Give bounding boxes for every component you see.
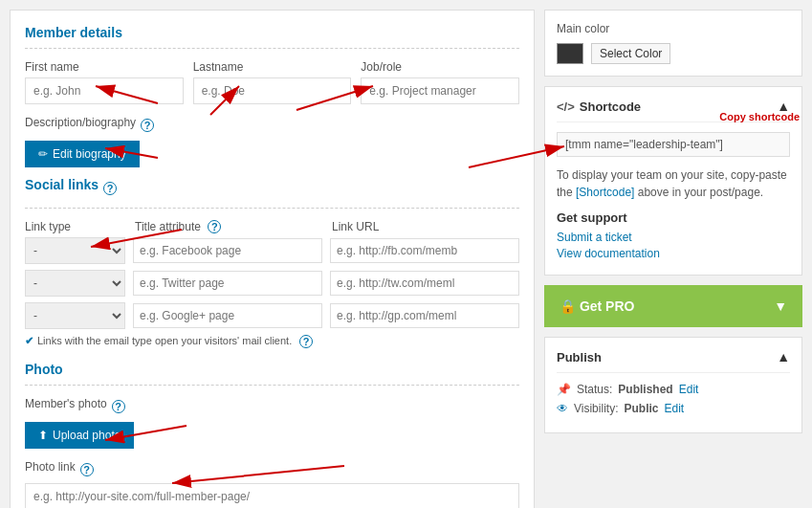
name-row: First name Lastname Job/role	[25, 60, 519, 104]
links-note: ✔ Links with the email type open your vi…	[25, 335, 519, 348]
lock-icon: 🔒	[560, 298, 576, 314]
main-color-box: Main color Select Color	[544, 10, 802, 77]
member-details-title: Member details	[25, 25, 519, 40]
social-row-1: -	[25, 237, 519, 264]
link-type-col-header: Link type	[25, 220, 125, 233]
publish-collapse-icon[interactable]: ▲	[777, 349, 790, 364]
edit-icon: ✏	[38, 147, 48, 161]
description-label: Description/biography	[25, 116, 136, 129]
status-value: Published	[618, 383, 672, 396]
publish-header: Publish ▲	[557, 349, 790, 373]
social-links-help[interactable]: ?	[103, 182, 117, 195]
members-photo-help[interactable]: ?	[112, 400, 125, 413]
status-row: 📌 Status: Published Edit	[557, 383, 790, 396]
shortcode-input[interactable]	[557, 132, 790, 157]
visibility-value: Public	[624, 402, 658, 415]
color-swatch	[557, 43, 583, 64]
checkmark-icon: ✔	[25, 335, 33, 347]
upload-photo-button[interactable]: ⬆ Upload photo	[25, 422, 134, 449]
get-pro-content: 🔒 Get PRO	[560, 298, 634, 314]
link-url-input-1[interactable]	[330, 238, 519, 263]
description-section: Description/biography ? ✏ Edit biography	[25, 116, 519, 167]
get-pro-arrow-icon: ▼	[774, 298, 787, 314]
visibility-row: 👁 Visibility: Public Edit	[557, 402, 790, 415]
shortcode-description: To display your team on your site, copy-…	[557, 166, 790, 201]
link-type-select-3[interactable]: -	[25, 302, 125, 329]
photo-link-help[interactable]: ?	[80, 463, 94, 476]
main-color-label: Main color	[557, 22, 790, 35]
upload-icon: ⬆	[38, 429, 48, 442]
shortcode-links: Submit a ticket View documentation	[557, 231, 790, 260]
photo-link-label: Photo link	[25, 460, 76, 474]
link-url-input-2[interactable]	[330, 271, 519, 296]
first-name-input[interactable]	[25, 77, 184, 104]
last-name-label: Lastname	[193, 60, 352, 74]
get-pro-label: Get PRO	[580, 298, 635, 314]
job-role-label: Job/role	[361, 60, 519, 74]
social-links-title: Social links	[25, 177, 99, 192]
title-attr-input-3[interactable]	[133, 303, 322, 328]
visibility-edit-link[interactable]: Edit	[664, 402, 684, 415]
links-note-help[interactable]: ?	[299, 335, 313, 348]
left-panel: Member details First name Lastname Job/r…	[10, 10, 535, 508]
photo-section: Photo Member's photo ? ⬆ Upload photo Ph…	[25, 362, 519, 508]
social-row-2: -	[25, 270, 519, 297]
publish-box: Publish ▲ 📌 Status: Published Edit 👁 Vis…	[544, 337, 802, 433]
link-url-input-3[interactable]	[330, 303, 519, 328]
visibility-icon: 👁	[557, 402, 568, 415]
title-attr-input-1[interactable]	[133, 238, 322, 263]
first-name-group: First name	[25, 60, 184, 104]
color-select-row: Select Color	[557, 43, 790, 64]
shortcode-link[interactable]: [Shortcode]	[576, 186, 634, 199]
social-links-section: Social links ?	[25, 177, 519, 200]
shortcode-title: </> Shortcode	[557, 99, 641, 114]
photo-title: Photo	[25, 362, 519, 377]
social-headers: Link type Title attribute ? Link URL	[25, 220, 519, 233]
edit-biography-label: Edit biography	[53, 147, 126, 161]
status-edit-link[interactable]: Edit	[679, 383, 699, 396]
publish-title: Publish	[557, 350, 602, 364]
get-support-label: Get support	[557, 210, 790, 225]
job-role-input[interactable]	[361, 77, 519, 104]
shortcode-box: </> Shortcode ▲ Copy shortcode To displa…	[544, 86, 802, 276]
status-label: Status:	[577, 383, 612, 396]
view-documentation-link[interactable]: View documentation	[557, 247, 790, 260]
right-panel: Main color Select Color </> Shortcode ▲ …	[544, 10, 802, 508]
photo-link-input[interactable]	[25, 483, 519, 508]
status-icon: 📌	[557, 383, 571, 396]
social-row-3: -	[25, 302, 519, 329]
link-type-select-1[interactable]: -	[25, 237, 125, 264]
copy-shortcode-annotation: Copy shortcode	[719, 111, 800, 122]
first-name-label: First name	[25, 60, 184, 74]
last-name-group: Lastname	[193, 60, 352, 104]
title-attr-input-2[interactable]	[133, 271, 322, 296]
description-help[interactable]: ?	[141, 119, 154, 132]
job-role-group: Job/role	[361, 60, 519, 104]
shortcode-input-wrapper: Copy shortcode	[557, 132, 790, 166]
edit-biography-button[interactable]: ✏ Edit biography	[25, 141, 140, 167]
upload-photo-label: Upload photo	[53, 429, 121, 442]
get-pro-container: 🔒 Get PRO ▼	[544, 285, 802, 327]
visibility-label: Visibility:	[574, 402, 618, 415]
select-color-button[interactable]: Select Color	[591, 43, 670, 64]
title-attr-col-header: Title attribute ?	[135, 220, 322, 233]
submit-ticket-link[interactable]: Submit a ticket	[557, 231, 790, 244]
link-type-select-2[interactable]: -	[25, 270, 125, 297]
link-url-col-header: Link URL	[332, 220, 519, 233]
last-name-input[interactable]	[193, 77, 352, 104]
title-attr-help[interactable]: ?	[208, 220, 221, 233]
members-photo-label: Member's photo	[25, 397, 107, 410]
get-pro-button[interactable]: 🔒 Get PRO ▼	[544, 285, 802, 327]
code-icon: </>	[557, 99, 575, 114]
